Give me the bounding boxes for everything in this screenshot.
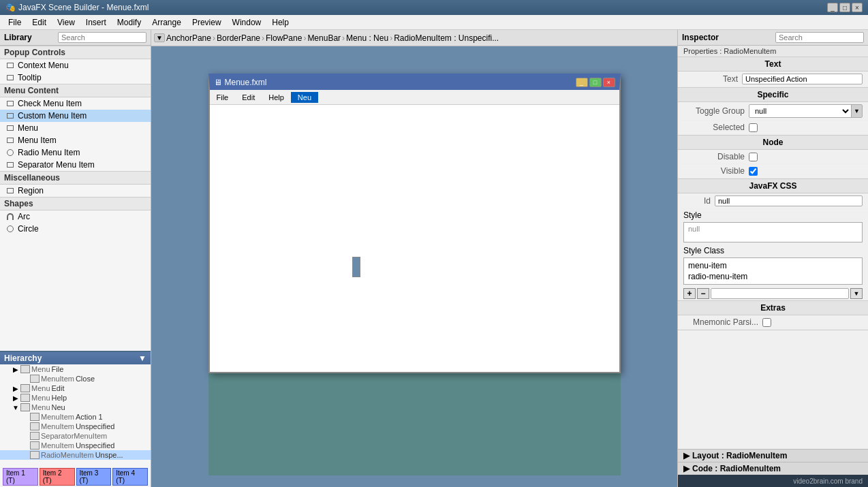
library-item-custom-menu-item[interactable]: Custom Menu Item xyxy=(0,110,151,122)
fxml-menu-help[interactable]: Help xyxy=(262,92,291,103)
breadcrumb-dropdown-1[interactable]: ▼ xyxy=(154,33,165,42)
breadcrumb-radiomenuitem-label: RadioMenuItem : Unspecifi... xyxy=(394,33,499,43)
tag-1[interactable]: Item 1 (T) xyxy=(3,468,38,486)
visible-checkbox[interactable] xyxy=(749,167,758,176)
style-class-buttons: + − ▼ xyxy=(678,287,868,300)
fxml-close-btn[interactable]: × xyxy=(603,78,615,87)
menu-window[interactable]: Window xyxy=(227,16,267,29)
breadcrumb-flowpane[interactable]: FlowPane xyxy=(266,33,302,43)
library-search-input[interactable] xyxy=(58,32,146,43)
canvas-edge-indicator xyxy=(352,257,360,277)
hier-menu-neu[interactable]: ▼ Menu Neu xyxy=(0,403,151,412)
tag-4[interactable]: Item 4 (T) xyxy=(112,468,148,486)
fxml-maximize-btn[interactable]: □ xyxy=(589,78,602,87)
menu-insert[interactable]: Insert xyxy=(80,16,112,29)
hierarchy-content: ▶ Menu File MenuItem Close ▶ Menu xyxy=(0,364,151,467)
menu-arrange[interactable]: Arrange xyxy=(146,16,187,29)
visible-row: Visible xyxy=(678,164,868,178)
hier-menu-edit[interactable]: ▶ Menu Edit xyxy=(0,383,151,393)
library-item-context-menu[interactable]: Context Menu xyxy=(0,59,151,72)
code-label: Code : RadioMenultem xyxy=(692,464,781,473)
toggle-group-label: Toggle Group xyxy=(683,106,745,116)
menu-edit[interactable]: Edit xyxy=(27,16,52,29)
hier-toggle-edit[interactable]: ▶ xyxy=(11,385,20,392)
maximize-button[interactable]: □ xyxy=(839,3,850,12)
fxml-minimize-btn[interactable]: _ xyxy=(576,78,588,87)
library-item-arc[interactable]: Arc xyxy=(0,210,151,223)
toggle-group-select[interactable]: null xyxy=(749,106,851,116)
menu-modify[interactable]: Modify xyxy=(112,16,146,29)
hierarchy-toggle-icon[interactable]: ▼ xyxy=(138,354,146,363)
menu-view[interactable]: View xyxy=(52,16,80,29)
fxml-menu-edit[interactable]: Edit xyxy=(235,92,262,103)
close-button[interactable]: × xyxy=(852,3,863,12)
hierarchy-bottom-tags: Item 1 (T) Item 2 (T) Item 3 (T) Item 4 … xyxy=(0,467,151,487)
hier-menuitem-action1[interactable]: MenuItem Action 1 xyxy=(0,412,151,422)
toggle-group-select-wrap[interactable]: null ▼ xyxy=(749,104,863,118)
library-item-tooltip[interactable]: Tooltip xyxy=(0,72,151,84)
menu-preview[interactable]: Preview xyxy=(187,16,227,29)
inspector-bottom-sections: ▶ Layout : RadioMenultem ▶ Code : RadioM… xyxy=(678,449,868,475)
breadcrumb-menu-neu[interactable]: Menu : Neu xyxy=(346,33,388,43)
menu-help[interactable]: Help xyxy=(266,16,294,29)
breadcrumb-flowpane-label: FlowPane xyxy=(266,33,302,43)
library-item-menu-item[interactable]: Menu Item xyxy=(0,134,151,146)
tag-2[interactable]: Item 2 (T) xyxy=(40,468,75,486)
hier-menuitem-close[interactable]: MenuItem Close xyxy=(0,374,151,383)
tooltip-icon xyxy=(5,73,15,82)
tag-3[interactable]: Item 3 (T) xyxy=(76,468,112,486)
selected-checkbox[interactable] xyxy=(749,123,758,132)
hier-icon-unspec2 xyxy=(30,441,40,450)
library-item-separator-menu-item[interactable]: Separator Menu Item xyxy=(0,159,151,171)
hier-menu-help[interactable]: ▶ Menu Help xyxy=(0,393,151,403)
hier-menu-file[interactable]: ▶ Menu File xyxy=(0,364,151,374)
shapes-header: Shapes xyxy=(0,197,151,210)
inspector-header: Inspector xyxy=(678,30,868,46)
hier-toggle-neu[interactable]: ▼ xyxy=(11,404,20,411)
hier-radiomenuitem[interactable]: RadioMenuItem Unspe... xyxy=(0,450,151,460)
main-layout: Library Popup Controls Context Menu Tool… xyxy=(0,30,868,487)
hier-menuitem-unspec1[interactable]: MenuItem Unspecified xyxy=(0,422,151,431)
minimize-button[interactable]: _ xyxy=(827,3,838,12)
library-item-menu[interactable]: Menu xyxy=(0,122,151,134)
text-section-header[interactable]: Text xyxy=(678,57,868,72)
style-textarea[interactable]: null xyxy=(683,222,863,242)
text-input[interactable] xyxy=(742,74,863,84)
layout-section-header[interactable]: ▶ Layout : RadioMenultem xyxy=(678,449,868,462)
hierarchy-header: Hierarchy ▼ xyxy=(0,352,151,364)
breadcrumb-anchorpane[interactable]: AnchorPane xyxy=(166,33,211,43)
style-class-dropdown-button[interactable]: ▼ xyxy=(850,288,863,299)
fxml-menu-neu[interactable]: Neu xyxy=(291,92,318,103)
style-class-add-button[interactable]: + xyxy=(683,288,696,299)
breadcrumb-radiomenuitem[interactable]: RadioMenuItem : Unspecifi... xyxy=(394,33,499,43)
css-section-header[interactable]: JavaFX CSS xyxy=(678,179,868,193)
fxml-menu-file[interactable]: File xyxy=(210,92,236,103)
menu-file[interactable]: File xyxy=(3,16,27,29)
hier-toggle-file[interactable]: ▶ xyxy=(11,366,20,373)
hier-separator-menuitem[interactable]: SeparatorMenuItem xyxy=(0,431,151,441)
library-item-radio-menu-item[interactable]: Radio Menu Item xyxy=(0,146,151,159)
extras-section-header[interactable]: Extras xyxy=(678,301,868,315)
breadcrumb-borderpane[interactable]: BorderPane xyxy=(217,33,260,43)
node-section-header[interactable]: Node xyxy=(678,136,868,150)
code-section-header[interactable]: ▶ Code : RadioMenultem xyxy=(678,462,868,475)
mnemonic-label: Mnemonic Parsi... xyxy=(683,317,758,327)
hier-toggle-help[interactable]: ▶ xyxy=(11,394,20,402)
hier-icon-radio xyxy=(30,451,40,459)
layout-label: Layout : RadioMenultem xyxy=(692,451,787,460)
fxml-title-buttons[interactable]: _ □ × xyxy=(576,78,615,87)
title-bar-buttons[interactable]: _ □ × xyxy=(827,3,863,12)
hier-menuitem-unspec2[interactable]: MenuItem Unspecified xyxy=(0,441,151,450)
library-item-check-menu-item[interactable]: Check Menu Item xyxy=(0,97,151,110)
inspector-search-input[interactable] xyxy=(775,32,864,43)
style-class-input[interactable] xyxy=(711,288,849,299)
specific-section-header[interactable]: Specific xyxy=(678,88,868,102)
library-item-circle[interactable]: Circle xyxy=(0,223,151,235)
disable-checkbox[interactable] xyxy=(749,153,758,161)
library-item-region[interactable]: Region xyxy=(0,185,151,197)
mnemonic-checkbox[interactable] xyxy=(762,318,771,327)
style-class-radio-menu-item: radio-menu-item xyxy=(688,271,858,282)
breadcrumb-menubar[interactable]: MenuBar xyxy=(307,33,341,43)
id-input[interactable] xyxy=(715,195,863,206)
style-class-remove-button[interactable]: − xyxy=(697,288,709,299)
